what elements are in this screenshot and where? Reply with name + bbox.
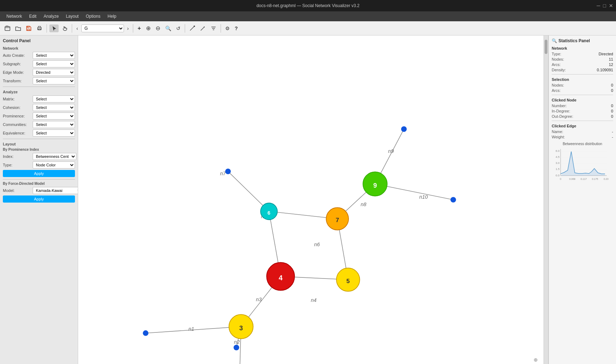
subgraph-select[interactable]: Select bbox=[33, 60, 75, 67]
model-row: Model: Kamada-Kawai Fruchterman-Reingold bbox=[3, 187, 75, 194]
svg-text:1.5: 1.5 bbox=[556, 167, 560, 171]
hand-tool-button[interactable] bbox=[60, 24, 69, 32]
stat-arcs-row: Arcs: 12 bbox=[552, 62, 613, 67]
stat-density-value: 0.109091 bbox=[597, 68, 613, 72]
communities-select[interactable]: Select bbox=[33, 121, 75, 128]
svg-text:n10: n10 bbox=[419, 194, 428, 200]
nav-next-button[interactable]: › bbox=[125, 24, 131, 32]
nav-prev-button[interactable]: ‹ bbox=[75, 24, 80, 32]
zoom-canvas-icon[interactable]: ⊕ bbox=[534, 357, 538, 363]
transform-select[interactable]: Select bbox=[33, 77, 75, 84]
cohesion-select[interactable]: Select bbox=[33, 104, 75, 111]
toolbar-sep-2 bbox=[72, 24, 72, 33]
stats-clicked-node-title: Clicked Node bbox=[552, 98, 613, 102]
stats-sep-2 bbox=[552, 95, 613, 95]
matrix-label: Matrix: bbox=[3, 97, 31, 101]
filter-button[interactable] bbox=[209, 24, 218, 32]
cn-number-label: Number: bbox=[552, 104, 567, 108]
rotate-button[interactable]: ↺ bbox=[174, 24, 182, 32]
select-tool-button[interactable] bbox=[49, 24, 59, 32]
svg-text:n2: n2 bbox=[234, 339, 240, 345]
stats-search-icon[interactable]: 🔍 bbox=[552, 38, 557, 43]
subgraph-label: Subgraph: bbox=[3, 62, 31, 66]
stat-arcs-value: 12 bbox=[609, 62, 613, 67]
distribution-chart: Betweenness distribution 0.0 1.5 3.0 4.5… bbox=[552, 142, 613, 184]
draw-line-button[interactable] bbox=[188, 24, 197, 32]
canvas-area[interactable]: n1 n2 n3 n4 n5 n6 n7 n8 n9 n10 bbox=[78, 35, 544, 364]
close-button[interactable]: ✕ bbox=[609, 3, 613, 9]
svg-point-6 bbox=[194, 26, 195, 27]
stat-density-row: Density: 0.109091 bbox=[552, 68, 613, 72]
save-button[interactable] bbox=[24, 24, 33, 32]
menu-analyze[interactable]: Analyze bbox=[40, 13, 63, 20]
apply-prominence-button[interactable]: Apply bbox=[3, 170, 75, 177]
svg-text:n1: n1 bbox=[188, 326, 194, 332]
network-section-title: Network bbox=[3, 46, 75, 50]
zoom-in-button[interactable]: ⊕ bbox=[144, 24, 152, 33]
draw-arrow-button[interactable] bbox=[198, 24, 207, 32]
control-panel-title: Control Panel bbox=[3, 38, 75, 43]
communities-row: Communities: Select bbox=[3, 121, 75, 128]
auto-create-select[interactable]: Select bbox=[33, 52, 75, 59]
ce-name-value: - bbox=[612, 129, 613, 134]
menu-help[interactable]: Help bbox=[104, 13, 120, 20]
stats-network-title: Network bbox=[552, 46, 613, 50]
transform-row: Transform: Select bbox=[3, 77, 75, 84]
sel-nodes-row: Nodes: 0 bbox=[552, 83, 613, 87]
minimize-button[interactable]: ─ bbox=[597, 3, 600, 9]
ce-weight-value: - bbox=[612, 135, 613, 139]
section-div-1 bbox=[3, 87, 75, 87]
cn-indegree-label: In-Degree: bbox=[552, 109, 570, 113]
auto-create-row: Auto Create: Select bbox=[3, 52, 75, 59]
menu-options[interactable]: Options bbox=[82, 13, 104, 20]
cn-indegree-value: 0 bbox=[611, 109, 613, 113]
type-row: Type: Node Color bbox=[3, 161, 75, 169]
graph-selector[interactable]: G bbox=[81, 24, 124, 32]
by-prominence-title: By Prominence Index bbox=[3, 148, 75, 151]
matrix-select[interactable]: Select bbox=[33, 95, 75, 103]
equivalence-select[interactable]: Select bbox=[33, 129, 75, 137]
chart-title: Betweenness distribution bbox=[552, 142, 613, 146]
toolbar: ‹ G › + ⊕ ⊖ 🔍 ↺ ⚙ ? bbox=[0, 21, 616, 35]
open-folder-button[interactable] bbox=[13, 24, 23, 32]
model-select[interactable]: Kamada-Kawai Fruchterman-Reingold bbox=[33, 187, 78, 194]
svg-text:0.203: 0.203 bbox=[604, 178, 609, 180]
help-button[interactable]: ? bbox=[233, 24, 240, 32]
edge-mode-select[interactable]: Directed Undirected bbox=[33, 69, 75, 76]
cohesion-label: Cohesion: bbox=[3, 105, 31, 110]
add-node-button[interactable]: + bbox=[136, 24, 142, 33]
toolbar-sep-4 bbox=[185, 24, 185, 33]
menu-edit[interactable]: Edit bbox=[26, 13, 40, 20]
stats-sep-1 bbox=[552, 74, 613, 75]
prominence-label: Prominence: bbox=[3, 114, 31, 118]
settings-button[interactable]: ⚙ bbox=[223, 24, 232, 32]
menu-layout[interactable]: Layout bbox=[62, 13, 82, 20]
prominence-row: Prominence: Select bbox=[3, 112, 75, 120]
section-div-2 bbox=[3, 139, 75, 139]
svg-text:5: 5 bbox=[346, 278, 350, 285]
prominence-select[interactable]: Select bbox=[33, 112, 75, 120]
print-button[interactable] bbox=[35, 24, 44, 32]
svg-rect-2 bbox=[27, 26, 29, 28]
cohesion-row: Cohesion: Select bbox=[3, 104, 75, 111]
canvas-vertical-scrollbar[interactable] bbox=[544, 35, 549, 364]
zoom-out-button[interactable]: ⊖ bbox=[154, 24, 162, 33]
stat-type-row: Type: Directed bbox=[552, 52, 613, 56]
menu-network[interactable]: Network bbox=[3, 13, 26, 20]
apply-force-button[interactable]: Apply bbox=[3, 195, 75, 203]
type-select[interactable]: Node Color bbox=[33, 161, 75, 169]
vertical-scrollbar-thumb bbox=[545, 40, 547, 54]
type-label: Type: bbox=[3, 163, 31, 167]
stats-selection-title: Selection bbox=[552, 77, 613, 82]
zoom-lens-button[interactable]: 🔍 bbox=[163, 24, 173, 32]
index-select[interactable]: Betweenness Cent bbox=[33, 153, 76, 160]
sel-arcs-row: Arcs: 0 bbox=[552, 88, 613, 93]
cn-outdegree-value: 0 bbox=[611, 114, 613, 118]
subgraph-row: Subgraph: Select bbox=[3, 60, 75, 67]
svg-text:3.0: 3.0 bbox=[556, 161, 560, 165]
open-file-button[interactable] bbox=[3, 24, 12, 32]
stats-panel-header: 🔍 Statistics Panel bbox=[552, 38, 613, 43]
maximize-button[interactable]: □ bbox=[603, 3, 606, 9]
sel-nodes-value: 0 bbox=[611, 83, 613, 87]
svg-text:4.5: 4.5 bbox=[556, 155, 560, 159]
